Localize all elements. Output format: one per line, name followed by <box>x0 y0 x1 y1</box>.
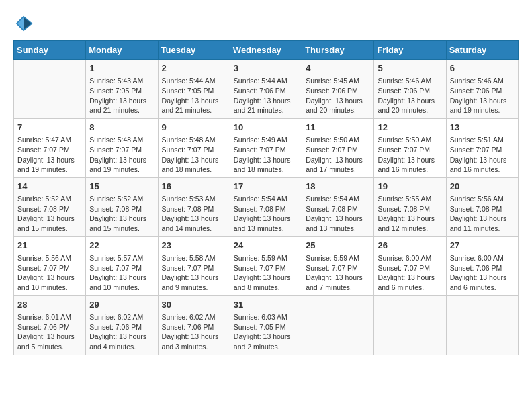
day-number: 4 <box>306 62 370 75</box>
calendar-cell: 24Sunrise: 5:59 AM Sunset: 7:07 PM Dayli… <box>230 236 302 295</box>
day-info: Sunrise: 5:51 AM Sunset: 7:07 PM Dayligh… <box>450 135 515 175</box>
calendar-cell: 13Sunrise: 5:51 AM Sunset: 7:07 PM Dayli… <box>446 118 518 177</box>
day-info: Sunrise: 5:54 AM Sunset: 7:08 PM Dayligh… <box>234 194 298 234</box>
day-info: Sunrise: 5:57 AM Sunset: 7:07 PM Dayligh… <box>89 253 154 293</box>
day-number: 13 <box>450 122 515 134</box>
calendar-cell: 27Sunrise: 6:00 AM Sunset: 7:06 PM Dayli… <box>446 236 518 295</box>
weekday-header-sunday: Sunday <box>14 41 86 60</box>
calendar-cell: 19Sunrise: 5:55 AM Sunset: 7:08 PM Dayli… <box>374 177 446 236</box>
day-info: Sunrise: 5:46 AM Sunset: 7:06 PM Dayligh… <box>450 76 515 116</box>
day-info: Sunrise: 6:03 AM Sunset: 7:05 PM Dayligh… <box>234 312 298 352</box>
day-info: Sunrise: 5:47 AM Sunset: 7:07 PM Dayligh… <box>17 135 82 175</box>
calendar-week-row: 7Sunrise: 5:47 AM Sunset: 7:07 PM Daylig… <box>14 118 519 177</box>
day-info: Sunrise: 5:44 AM Sunset: 7:05 PM Dayligh… <box>162 76 226 116</box>
calendar-week-row: 1Sunrise: 5:43 AM Sunset: 7:05 PM Daylig… <box>14 60 519 119</box>
day-number: 19 <box>378 181 442 193</box>
day-number: 2 <box>162 62 226 75</box>
day-number: 31 <box>234 299 298 311</box>
day-number: 26 <box>378 240 442 252</box>
day-number: 25 <box>306 240 370 252</box>
day-info: Sunrise: 5:59 AM Sunset: 7:07 PM Dayligh… <box>306 253 370 293</box>
day-number: 21 <box>17 240 82 252</box>
calendar-cell: 20Sunrise: 5:56 AM Sunset: 7:08 PM Dayli… <box>446 177 518 236</box>
day-info: Sunrise: 5:56 AM Sunset: 7:08 PM Dayligh… <box>450 194 515 234</box>
calendar-header: SundayMondayTuesdayWednesdayThursdayFrid… <box>14 41 519 60</box>
calendar-cell <box>374 295 446 355</box>
calendar-cell: 5Sunrise: 5:46 AM Sunset: 7:06 PM Daylig… <box>374 60 446 119</box>
calendar-cell: 9Sunrise: 5:48 AM Sunset: 7:07 PM Daylig… <box>158 118 230 177</box>
calendar-cell: 30Sunrise: 6:02 AM Sunset: 7:06 PM Dayli… <box>158 295 230 355</box>
day-number: 15 <box>89 181 154 193</box>
calendar-cell: 15Sunrise: 5:52 AM Sunset: 7:08 PM Dayli… <box>86 177 158 236</box>
day-number: 14 <box>17 181 82 193</box>
day-number: 1 <box>89 62 154 75</box>
calendar-cell: 25Sunrise: 5:59 AM Sunset: 7:07 PM Dayli… <box>302 236 374 295</box>
day-number: 28 <box>17 299 82 311</box>
day-info: Sunrise: 5:52 AM Sunset: 7:08 PM Dayligh… <box>17 194 82 234</box>
weekday-header-tuesday: Tuesday <box>158 41 230 60</box>
day-info: Sunrise: 5:59 AM Sunset: 7:07 PM Dayligh… <box>234 253 298 293</box>
day-number: 11 <box>306 122 370 134</box>
day-number: 24 <box>234 240 298 252</box>
calendar-cell: 1Sunrise: 5:43 AM Sunset: 7:05 PM Daylig… <box>86 60 158 119</box>
day-number: 20 <box>450 181 515 193</box>
calendar-cell: 4Sunrise: 5:45 AM Sunset: 7:06 PM Daylig… <box>302 60 374 119</box>
calendar-cell: 6Sunrise: 5:46 AM Sunset: 7:06 PM Daylig… <box>446 60 518 119</box>
day-info: Sunrise: 5:50 AM Sunset: 7:07 PM Dayligh… <box>306 135 370 175</box>
logo-icon <box>13 13 34 34</box>
day-info: Sunrise: 5:44 AM Sunset: 7:06 PM Dayligh… <box>234 76 298 116</box>
day-number: 16 <box>162 181 226 193</box>
calendar-cell: 16Sunrise: 5:53 AM Sunset: 7:08 PM Dayli… <box>158 177 230 236</box>
calendar-cell: 11Sunrise: 5:50 AM Sunset: 7:07 PM Dayli… <box>302 118 374 177</box>
day-number: 10 <box>234 122 298 134</box>
day-info: Sunrise: 5:48 AM Sunset: 7:07 PM Dayligh… <box>162 135 226 175</box>
calendar-cell: 31Sunrise: 6:03 AM Sunset: 7:05 PM Dayli… <box>230 295 302 355</box>
day-info: Sunrise: 6:02 AM Sunset: 7:06 PM Dayligh… <box>89 312 154 352</box>
weekday-header-thursday: Thursday <box>302 41 374 60</box>
calendar-cell: 18Sunrise: 5:54 AM Sunset: 7:08 PM Dayli… <box>302 177 374 236</box>
day-info: Sunrise: 5:58 AM Sunset: 7:07 PM Dayligh… <box>162 253 226 293</box>
calendar-week-row: 21Sunrise: 5:56 AM Sunset: 7:07 PM Dayli… <box>14 236 519 295</box>
calendar-cell <box>446 295 518 355</box>
day-number: 18 <box>306 181 370 193</box>
calendar-cell: 3Sunrise: 5:44 AM Sunset: 7:06 PM Daylig… <box>230 60 302 119</box>
day-info: Sunrise: 5:45 AM Sunset: 7:06 PM Dayligh… <box>306 76 370 116</box>
day-info: Sunrise: 5:56 AM Sunset: 7:07 PM Dayligh… <box>17 253 82 293</box>
calendar-cell <box>302 295 374 355</box>
day-info: Sunrise: 5:54 AM Sunset: 7:08 PM Dayligh… <box>306 194 370 234</box>
calendar-table: SundayMondayTuesdayWednesdayThursdayFrid… <box>13 40 519 355</box>
day-info: Sunrise: 5:50 AM Sunset: 7:07 PM Dayligh… <box>378 135 442 175</box>
day-number: 3 <box>234 62 298 75</box>
logo <box>13 13 36 34</box>
calendar-cell: 8Sunrise: 5:48 AM Sunset: 7:07 PM Daylig… <box>86 118 158 177</box>
day-info: Sunrise: 6:00 AM Sunset: 7:06 PM Dayligh… <box>450 253 515 293</box>
day-info: Sunrise: 5:55 AM Sunset: 7:08 PM Dayligh… <box>378 194 442 234</box>
day-info: Sunrise: 5:46 AM Sunset: 7:06 PM Dayligh… <box>378 76 442 116</box>
day-info: Sunrise: 6:01 AM Sunset: 7:06 PM Dayligh… <box>17 312 82 352</box>
calendar-week-row: 28Sunrise: 6:01 AM Sunset: 7:06 PM Dayli… <box>14 295 519 355</box>
calendar-cell: 21Sunrise: 5:56 AM Sunset: 7:07 PM Dayli… <box>14 236 86 295</box>
day-info: Sunrise: 5:43 AM Sunset: 7:05 PM Dayligh… <box>89 76 154 116</box>
calendar-cell <box>14 60 86 119</box>
calendar-cell: 26Sunrise: 6:00 AM Sunset: 7:07 PM Dayli… <box>374 236 446 295</box>
day-number: 9 <box>162 122 226 134</box>
day-number: 17 <box>234 181 298 193</box>
day-info: Sunrise: 5:52 AM Sunset: 7:08 PM Dayligh… <box>89 194 154 234</box>
calendar-cell: 2Sunrise: 5:44 AM Sunset: 7:05 PM Daylig… <box>158 60 230 119</box>
weekday-header-monday: Monday <box>86 41 158 60</box>
calendar-cell: 29Sunrise: 6:02 AM Sunset: 7:06 PM Dayli… <box>86 295 158 355</box>
calendar-cell: 23Sunrise: 5:58 AM Sunset: 7:07 PM Dayli… <box>158 236 230 295</box>
day-number: 7 <box>17 122 82 134</box>
day-number: 22 <box>89 240 154 252</box>
weekday-header-saturday: Saturday <box>446 41 518 60</box>
calendar-cell: 7Sunrise: 5:47 AM Sunset: 7:07 PM Daylig… <box>14 118 86 177</box>
day-number: 8 <box>89 122 154 134</box>
day-info: Sunrise: 5:53 AM Sunset: 7:08 PM Dayligh… <box>162 194 226 234</box>
day-number: 5 <box>378 62 442 75</box>
day-number: 29 <box>89 299 154 311</box>
day-info: Sunrise: 5:49 AM Sunset: 7:07 PM Dayligh… <box>234 135 298 175</box>
calendar-cell: 28Sunrise: 6:01 AM Sunset: 7:06 PM Dayli… <box>14 295 86 355</box>
weekday-header-row: SundayMondayTuesdayWednesdayThursdayFrid… <box>14 41 519 60</box>
day-info: Sunrise: 6:02 AM Sunset: 7:06 PM Dayligh… <box>162 312 226 352</box>
day-number: 23 <box>162 240 226 252</box>
